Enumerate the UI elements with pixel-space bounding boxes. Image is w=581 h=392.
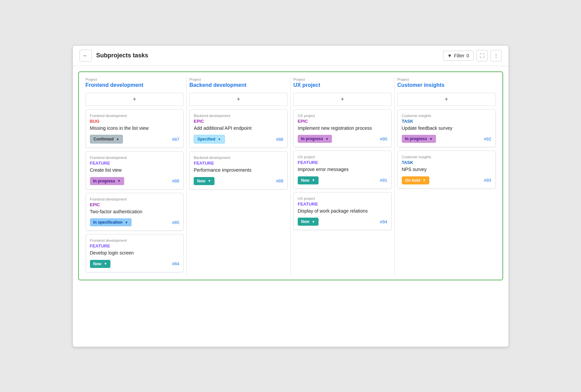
card-id: #94: [380, 219, 387, 224]
column-project-label: Project: [293, 77, 392, 81]
card-title: Develop login screen: [90, 250, 180, 257]
status-badge[interactable]: In progress ▼: [90, 177, 124, 185]
status-dropdown-arrow: ▼: [429, 137, 433, 141]
card-type-label: EPIC: [90, 202, 180, 207]
task-card[interactable]: Frontend development FEATURE Create list…: [86, 151, 184, 189]
filter-icon: ▼: [447, 53, 452, 58]
card-project-label: Frontend development: [90, 238, 180, 242]
column-project-label: Project: [86, 77, 184, 81]
card-project-label: Customer insights: [402, 114, 491, 118]
card-id: #87: [172, 137, 180, 142]
status-dropdown-arrow: ▼: [117, 179, 121, 183]
app-window: ← Subprojects tasks ▼ Filter 0 ⛶ ⋮ Proje…: [72, 45, 509, 347]
card-id: #84: [172, 261, 180, 266]
card-project-label: UX project: [298, 114, 387, 118]
status-badge[interactable]: New ▼: [298, 218, 319, 226]
column-header-customer: Project Customer insights: [397, 76, 496, 90]
card-footer: In specification ▼ #85: [90, 218, 180, 226]
column-ux: Project UX project + UX project EPIC Imp…: [291, 76, 395, 276]
filter-label: Filter: [454, 53, 465, 58]
card-type-label: FEATURE: [194, 161, 283, 166]
card-id: #85: [172, 220, 180, 225]
status-badge[interactable]: In progress ▼: [298, 135, 332, 143]
add-task-button-ux[interactable]: +: [293, 93, 392, 106]
filter-button[interactable]: ▼ Filter 0: [443, 51, 474, 61]
filter-count: 0: [467, 53, 469, 58]
task-card[interactable]: UX project EPIC Implement new registrati…: [293, 109, 392, 148]
status-badge[interactable]: New ▼: [298, 176, 319, 184]
column-project-label: Project: [397, 77, 496, 81]
more-button[interactable]: ⋮: [490, 50, 502, 61]
card-title: NPS survey: [402, 166, 491, 173]
card-footer: New ▼ #91: [298, 176, 387, 184]
column-project-name: UX project: [293, 82, 392, 88]
card-title: Implement new registration process: [298, 125, 387, 132]
add-task-button-customer[interactable]: +: [397, 93, 496, 106]
status-badge[interactable]: New ▼: [90, 260, 111, 268]
card-type-label: TASK: [402, 160, 491, 165]
card-footer: New ▼ #84: [90, 260, 180, 268]
column-customer: Project Customer insights + Customer ins…: [395, 76, 498, 276]
status-dropdown-arrow: ▼: [218, 137, 221, 141]
card-footer: In progress ▼ #90: [298, 135, 387, 143]
card-title: Two-factor authentication: [90, 209, 180, 215]
card-project-label: Frontend development: [90, 114, 180, 118]
page-title: Subprojects tasks: [96, 52, 443, 59]
card-id: #91: [380, 178, 387, 183]
add-task-button-backend[interactable]: +: [189, 93, 288, 106]
columns-wrapper: Project Frontend development + Frontend …: [78, 71, 503, 280]
status-dropdown-arrow: ▼: [116, 137, 119, 141]
task-card[interactable]: UX project FEATURE Display of work packa…: [293, 192, 392, 230]
status-badge[interactable]: In progress ▼: [402, 135, 436, 143]
card-footer: In progress ▼ #92: [402, 135, 491, 143]
card-id: #88: [276, 137, 283, 142]
task-card[interactable]: UX project FEATURE Improve error message…: [293, 151, 392, 189]
status-dropdown-arrow: ▼: [325, 137, 329, 141]
card-footer: Confirmed ▼ #87: [90, 135, 180, 144]
status-badge[interactable]: Specified ▼: [194, 135, 225, 144]
card-project-label: Backend development: [194, 114, 283, 118]
task-card[interactable]: Backend development FEATURE Performance …: [189, 151, 288, 189]
task-card[interactable]: Frontend development BUG Missing icons i…: [86, 109, 184, 148]
card-project-label: Customer insights: [402, 155, 491, 159]
task-card[interactable]: Customer insights TASK Update feedback s…: [397, 109, 496, 148]
back-button[interactable]: ←: [80, 50, 92, 62]
column-header-frontend: Project Frontend development: [86, 76, 184, 90]
card-title: Create list view: [90, 167, 180, 174]
card-project-label: Frontend development: [90, 197, 180, 201]
card-type-label: BUG: [90, 119, 180, 124]
card-id: #93: [484, 178, 491, 183]
card-type-label: FEATURE: [90, 161, 180, 166]
task-card[interactable]: Backend development EPIC Add additional …: [189, 109, 288, 148]
header-actions: ▼ Filter 0 ⛶ ⋮: [443, 50, 502, 61]
board-area: Project Frontend development + Frontend …: [73, 66, 509, 286]
card-type-label: TASK: [402, 119, 491, 124]
column-header-backend: Project Backend development: [189, 76, 288, 90]
card-type-label: FEATURE: [90, 243, 180, 248]
task-card[interactable]: Customer insights TASK NPS survey On hol…: [397, 151, 496, 189]
expand-button[interactable]: ⛶: [476, 50, 488, 61]
card-footer: Specified ▼ #88: [194, 135, 283, 144]
card-id: #90: [380, 136, 387, 142]
card-type-label: EPIC: [194, 119, 283, 124]
card-footer: New ▼ #89: [194, 177, 283, 185]
status-badge[interactable]: Confirmed ▼: [90, 135, 123, 144]
status-badge[interactable]: On hold ▼: [402, 176, 429, 184]
status-dropdown-arrow: ▼: [104, 262, 107, 266]
card-title: Update feedback survey: [402, 125, 491, 132]
card-title: Performance improvements: [194, 167, 283, 174]
add-task-button-frontend[interactable]: +: [86, 93, 184, 106]
status-badge[interactable]: New ▼: [194, 177, 214, 185]
card-project-label: UX project: [298, 155, 387, 159]
column-header-ux: Project UX project: [293, 76, 392, 90]
card-footer: On hold ▼ #93: [402, 176, 491, 184]
status-dropdown-arrow: ▼: [423, 178, 426, 182]
status-badge[interactable]: In specification ▼: [90, 218, 132, 226]
status-dropdown-arrow: ▼: [125, 221, 128, 224]
task-card[interactable]: Frontend development FEATURE Develop log…: [86, 234, 184, 272]
task-card[interactable]: Frontend development EPIC Two-factor aut…: [86, 193, 184, 231]
column-project-label: Project: [189, 77, 288, 81]
card-id: #86: [172, 178, 180, 183]
card-title: Missing icons in the list view: [90, 125, 180, 132]
card-type-label: FEATURE: [298, 160, 387, 165]
